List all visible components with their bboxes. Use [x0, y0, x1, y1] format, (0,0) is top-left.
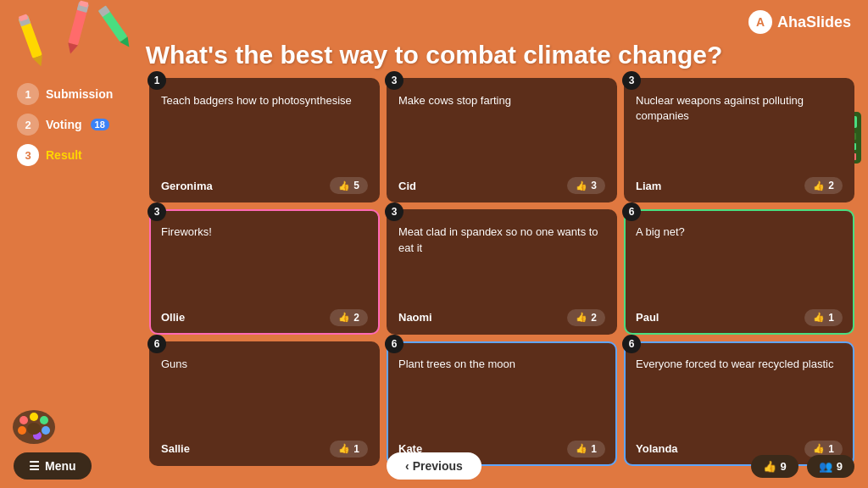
card-rank: 6 — [622, 202, 641, 221]
card-item: 3 Make cows stop farting Cid 👍 3 — [387, 78, 617, 202]
card-footer: Naomi 👍 2 — [398, 309, 605, 326]
card-text: Teach badgers how to photosynthesise — [161, 88, 368, 170]
sidebar-num-3: 3 — [17, 144, 39, 166]
prev-label: Previous — [413, 459, 463, 473]
users-stat: 👥 9 — [807, 455, 854, 478]
card-footer: Geronima 👍 5 — [161, 177, 368, 194]
thumbs-icon: 👍 — [576, 312, 587, 323]
thumbs-icon: 👍 — [813, 180, 825, 191]
card-votes: 👍 2 — [804, 177, 843, 194]
card-author: Cid — [398, 180, 416, 192]
svg-point-29 — [27, 423, 41, 435]
card-author: Ollie — [161, 311, 185, 324]
svg-point-25 — [40, 416, 48, 424]
thumbs-icon: 👍 — [813, 312, 825, 323]
sidebar-item-submission[interactable]: 1 Submission — [17, 83, 136, 105]
card-rank: 3 — [385, 202, 403, 221]
card-votes: 👍 1 — [804, 309, 843, 326]
votes-stat: 👍 9 — [751, 455, 798, 478]
card-rank: 1 — [147, 71, 166, 90]
card-item: 3 Fireworks! Ollie 👍 2 — [149, 209, 380, 334]
svg-point-26 — [42, 426, 50, 435]
menu-icon: ☰ — [29, 459, 40, 473]
card-text: Meat clad in spandex so no one wants to … — [398, 219, 605, 302]
card-rank: 3 — [147, 202, 166, 221]
card-item: 3 Meat clad in spandex so no one wants t… — [387, 209, 617, 334]
card-text: Guns — [161, 352, 368, 434]
cards-grid: 1 Teach badgers how to photosynthesise G… — [144, 75, 860, 469]
card-item: 6 A big net? Paul 👍 1 — [624, 209, 854, 334]
card-footer: Paul 👍 1 — [636, 309, 843, 326]
svg-point-28 — [18, 426, 26, 435]
thumbs-icon: 👍 — [763, 460, 776, 473]
main-layout: 1 Submission 2 Voting 18 3 Result 1 Teac… — [0, 75, 868, 469]
card-text: Fireworks! — [161, 219, 368, 302]
logo-icon: A — [748, 10, 772, 34]
votes-count: 9 — [781, 460, 787, 473]
card-text: Everyone forced to wear recycled plastic — [636, 352, 843, 434]
card-rank: 6 — [622, 335, 641, 353]
card-item: 1 Teach badgers how to photosynthesise G… — [149, 78, 380, 202]
card-author: Paul — [636, 311, 659, 324]
users-icon: 👥 — [819, 460, 832, 473]
card-rank: 6 — [147, 335, 166, 353]
stats-area: 👍 9 👥 9 — [751, 455, 854, 478]
previous-button[interactable]: ‹ Previous — [387, 452, 481, 480]
sidebar-num-2: 2 — [17, 114, 39, 136]
thumbs-icon: 👍 — [576, 180, 587, 191]
card-votes: 👍 2 — [330, 309, 368, 326]
thumbs-icon: 👍 — [338, 180, 350, 191]
thumbs-icon: 👍 — [338, 312, 350, 323]
sidebar-label-result: Result — [46, 148, 82, 162]
sidebar-item-voting[interactable]: 2 Voting 18 — [17, 114, 136, 136]
card-footer: Liam 👍 2 — [636, 177, 843, 194]
logo-text: AhaSlides — [777, 14, 851, 31]
prev-icon: ‹ — [405, 459, 409, 473]
card-votes: 👍 5 — [330, 177, 368, 194]
svg-point-24 — [30, 413, 38, 421]
voting-badge: 18 — [91, 119, 109, 130]
card-author: Liam — [636, 180, 661, 192]
card-item: 3 Nuclear weapons against polluting comp… — [624, 78, 854, 202]
card-author: Geronima — [161, 180, 213, 192]
card-text: Nuclear weapons against polluting compan… — [636, 88, 843, 170]
sidebar-num-1: 1 — [17, 83, 39, 105]
sidebar-label-voting: Voting — [46, 118, 82, 131]
card-text: A big net? — [636, 219, 843, 302]
card-text: Make cows stop farting — [398, 88, 605, 170]
card-votes: 👍 3 — [567, 177, 605, 194]
palette-decoration — [8, 403, 59, 446]
card-footer: Ollie 👍 2 — [161, 309, 368, 326]
pencils-decoration — [0, 0, 153, 68]
bottom-bar: ☰ Menu ‹ Previous 👍 9 👥 9 — [0, 444, 868, 488]
sidebar-label-submission: Submission — [46, 87, 113, 101]
card-rank: 3 — [622, 71, 641, 90]
logo: A AhaSlides — [748, 10, 851, 34]
card-rank: 6 — [385, 335, 403, 353]
menu-button[interactable]: ☰ Menu — [14, 452, 92, 480]
card-votes: 👍 2 — [567, 309, 605, 326]
card-rank: 3 — [385, 71, 403, 90]
sidebar-item-result[interactable]: 3 Result — [17, 144, 136, 166]
users-count: 9 — [837, 460, 843, 473]
menu-label: Menu — [45, 459, 76, 473]
svg-point-23 — [19, 416, 28, 424]
card-text: Plant trees on the moon — [398, 352, 605, 434]
card-author: Naomi — [398, 311, 432, 324]
card-footer: Cid 👍 3 — [398, 177, 605, 194]
